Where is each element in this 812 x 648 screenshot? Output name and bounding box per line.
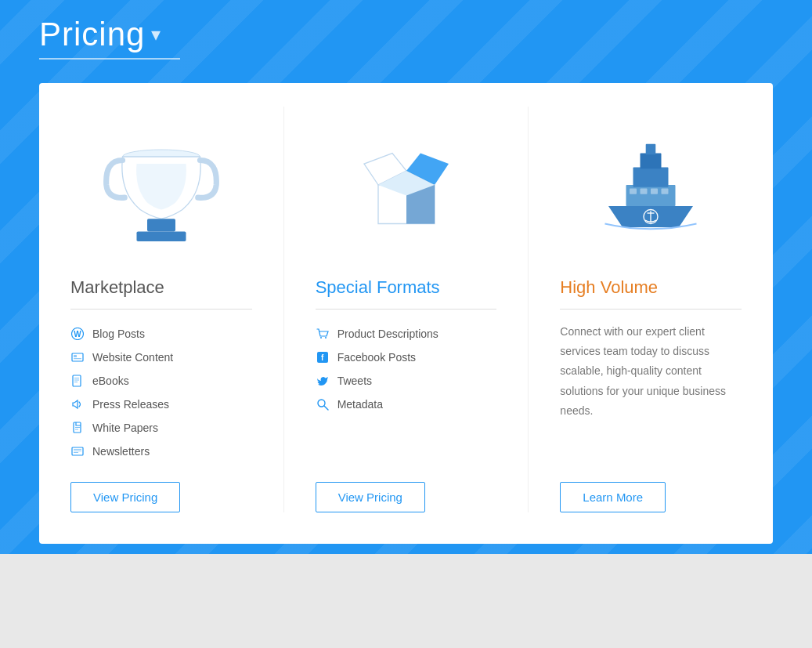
special-formats-view-pricing-button[interactable]: View Pricing — [316, 482, 425, 512]
high-volume-column: High Volume Connect with our expert clie… — [529, 107, 773, 512]
website-icon — [70, 350, 85, 364]
svg-rect-18 — [74, 452, 78, 453]
marketplace-divider — [70, 309, 252, 310]
svg-rect-10 — [74, 380, 79, 381]
svg-rect-1 — [147, 219, 175, 231]
special-formats-divider — [316, 309, 497, 310]
special-formats-title: Special Formats — [316, 277, 497, 298]
high-volume-divider — [560, 309, 742, 310]
list-item-label: Tweets — [337, 375, 372, 387]
svg-rect-29 — [630, 189, 637, 194]
special-formats-illustration — [316, 107, 497, 263]
svg-rect-8 — [73, 375, 81, 386]
marketplace-title: Marketplace — [70, 277, 252, 298]
svg-rect-11 — [74, 382, 78, 382]
list-item: Product Descriptions — [316, 322, 497, 346]
twitter-icon — [316, 374, 330, 388]
high-volume-title: High Volume — [560, 277, 742, 298]
list-item: W Blog Posts — [70, 322, 252, 346]
list-item-label: Facebook Posts — [337, 351, 416, 364]
svg-rect-27 — [641, 154, 662, 169]
svg-rect-16 — [74, 449, 81, 450]
svg-rect-31 — [651, 189, 658, 194]
list-item: White Papers — [70, 416, 252, 440]
marketplace-illustration — [70, 107, 252, 263]
header: Pricing ▾ — [0, 0, 812, 83]
facebook-icon: f — [316, 350, 330, 364]
svg-rect-17 — [74, 451, 81, 451]
list-item: Metadata — [316, 393, 497, 416]
high-volume-illustration — [560, 107, 742, 263]
high-volume-description: Connect with our expert client services … — [560, 322, 742, 463]
list-item-label: Metadata — [337, 398, 383, 411]
box-icon — [336, 114, 477, 255]
wordpress-icon: W — [70, 327, 85, 341]
main-card: Marketplace W Blog Posts Website Content… — [39, 83, 773, 544]
svg-point-19 — [320, 337, 322, 338]
svg-rect-6 — [74, 355, 77, 357]
megaphone-icon — [70, 397, 85, 411]
list-item-label: Product Descriptions — [337, 328, 438, 340]
list-item-label: White Papers — [92, 422, 158, 434]
svg-rect-13 — [75, 427, 80, 428]
list-item: Press Releases — [70, 393, 252, 416]
ebook-icon — [70, 374, 85, 388]
svg-rect-26 — [633, 168, 669, 187]
list-item-label: eBooks — [92, 375, 129, 387]
svg-line-24 — [324, 406, 328, 410]
list-item-label: Press Releases — [92, 398, 169, 411]
list-item: Website Content — [70, 346, 252, 369]
list-item-label: Blog Posts — [92, 328, 145, 340]
title-text: Pricing — [39, 16, 145, 53]
special-formats-list: Product Descriptions f Facebook Posts Tw… — [316, 322, 497, 463]
svg-point-20 — [325, 337, 327, 338]
svg-rect-7 — [74, 358, 81, 359]
list-item: Newsletters — [70, 440, 252, 463]
svg-rect-14 — [75, 429, 78, 430]
svg-rect-28 — [646, 144, 656, 155]
list-item: eBooks — [70, 369, 252, 393]
search-icon — [316, 397, 330, 411]
svg-rect-2 — [136, 231, 186, 241]
footer-gray-area — [0, 554, 812, 648]
marketplace-column: Marketplace W Blog Posts Website Content… — [39, 107, 284, 512]
svg-rect-32 — [662, 189, 669, 194]
list-item-label: Newsletters — [92, 445, 150, 458]
title-underline — [39, 58, 180, 60]
chevron-down-icon[interactable]: ▾ — [151, 24, 161, 45]
page-title: Pricing ▾ — [39, 16, 773, 53]
high-volume-learn-more-button[interactable]: Learn More — [560, 482, 666, 512]
list-item: f Facebook Posts — [316, 346, 497, 369]
svg-rect-25 — [626, 185, 676, 206]
svg-rect-30 — [641, 189, 648, 194]
trophy-icon — [91, 114, 232, 255]
doc-icon — [70, 421, 85, 435]
svg-text:W: W — [74, 330, 81, 338]
svg-rect-5 — [72, 353, 83, 361]
cart-icon — [316, 327, 330, 341]
list-item: Tweets — [316, 369, 497, 393]
list-item-label: Website Content — [92, 351, 173, 364]
marketplace-view-pricing-button[interactable]: View Pricing — [70, 482, 180, 512]
newsletter-icon — [70, 444, 85, 458]
svg-rect-9 — [74, 378, 79, 378]
special-formats-column: Special Formats Product Descriptions f F… — [284, 107, 529, 512]
ship-icon — [580, 114, 721, 255]
marketplace-list: W Blog Posts Website Content eBooks — [70, 322, 252, 463]
